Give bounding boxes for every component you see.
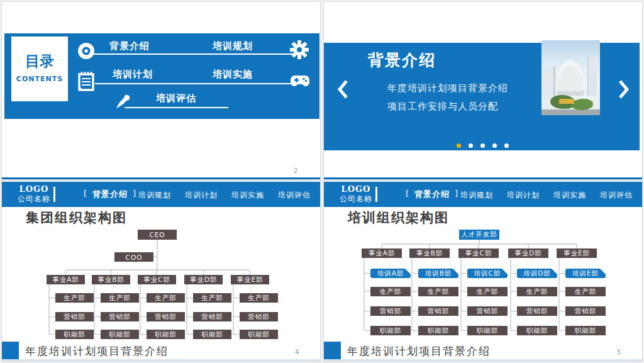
slide-bottom-bar — [2, 177, 320, 179]
org-node: 生产部 — [240, 293, 278, 303]
org-node: 人才开发部 — [459, 230, 499, 240]
contents-title-card: 目录 CONTENTS — [11, 36, 68, 101]
org-node: 营销部 — [147, 312, 185, 321]
org-node: 营销部 — [517, 306, 557, 316]
org-node: 生产部 — [193, 293, 231, 303]
carousel-dot[interactable] — [492, 143, 497, 148]
org-node: 生产部 — [370, 287, 411, 296]
gamepad-icon — [290, 74, 310, 88]
disc-icon — [77, 42, 96, 60]
org-node: 营销部 — [240, 312, 278, 321]
slide-group-org-chart: LOGO 公司名称 [背景介绍] 培训规划 培训计划 培训实施 培训评估 集团组… — [1, 181, 321, 362]
org-node: 事业D部 — [184, 275, 223, 284]
org-node: 培训B部 — [418, 269, 458, 278]
contents-item-1[interactable]: 背景介绍 — [109, 40, 150, 52]
org-node: 事业B部 — [409, 249, 450, 258]
org-node: 营销部 — [370, 306, 411, 316]
contents-item-2[interactable]: 培训规划 — [213, 40, 253, 52]
building-dome — [557, 60, 584, 96]
org-node: 职能部 — [517, 326, 557, 335]
org-node: 培训C部 — [467, 269, 508, 278]
contents-title: 目录 — [11, 52, 68, 71]
org-node: 事业B部 — [92, 275, 130, 284]
group-org-chart: CEOCOO事业A部生产部营销部职能部事业B部生产部营销部职能部事业C部生产部营… — [2, 181, 321, 362]
org-node: CEO — [138, 230, 177, 240]
org-node: 事业A部 — [47, 275, 85, 284]
slide-contents: 目录 CONTENTS 背景介绍 培训规划 培训计划 培训实施 — [1, 1, 321, 180]
contents-item-5[interactable]: 培训评估 — [156, 92, 196, 104]
org-node: 职能部 — [101, 330, 139, 339]
section-title: 背景介绍 — [368, 50, 436, 70]
carousel-dot[interactable] — [469, 143, 473, 148]
org-node: 培训A部 — [370, 269, 411, 278]
footer-text: 年度培训计划项目背景介绍 — [347, 344, 491, 359]
gear-icon — [289, 39, 310, 60]
page-number: 5 — [617, 349, 621, 355]
contents-item-3[interactable]: 培训计划 — [113, 69, 153, 81]
footer-text: 年度培训计划项目背景介绍 — [25, 344, 169, 359]
divider — [94, 53, 296, 55]
org-node: 营销部 — [101, 312, 139, 321]
contents-item-4[interactable]: 培训实施 — [213, 69, 253, 81]
slide-training-org-chart: LOGO 公司名称 [背景介绍] 培训规划 培训计划 培训实施 培训评估 培训组… — [323, 181, 643, 362]
org-node: 营销部 — [193, 312, 231, 321]
org-node: 职能部 — [565, 326, 606, 335]
org-node: 生产部 — [147, 293, 185, 303]
org-node: 生产部 — [517, 287, 557, 296]
org-node: 事业E部 — [231, 275, 269, 284]
org-node: 职能部 — [418, 326, 458, 335]
chevron-left-icon[interactable] — [338, 79, 348, 99]
photo-awning — [559, 99, 574, 104]
org-node: 职能部 — [55, 330, 94, 339]
org-node: 事业E部 — [557, 249, 597, 258]
building-photo — [541, 40, 600, 115]
photo-trees — [572, 99, 593, 110]
slide-section-intro: 背景介绍 年度培训计划项目背景介绍 项目工作安排与人员分配 — [323, 1, 643, 180]
org-node: 职能部 — [193, 330, 231, 339]
carousel-dots[interactable] — [457, 143, 509, 148]
building-tower — [587, 55, 597, 96]
dropper-icon — [111, 92, 133, 113]
org-node: 职能部 — [467, 326, 508, 335]
org-node: 职能部 — [240, 330, 278, 339]
slide-bottom-bar — [324, 359, 642, 361]
org-node: 培训E部 — [565, 269, 606, 278]
org-node: 事业A部 — [362, 249, 402, 258]
org-node: 生产部 — [565, 287, 606, 296]
org-node: 营销部 — [418, 306, 458, 316]
org-node: 职能部 — [147, 330, 185, 339]
building-left — [543, 67, 555, 99]
section-line-2: 项目工作安排与人员分配 — [387, 101, 498, 113]
carousel-dot[interactable] — [504, 143, 509, 148]
slide-bottom-bar — [2, 359, 320, 361]
photo-ground — [541, 109, 600, 115]
page-number: 4 — [295, 349, 299, 355]
org-node: 职能部 — [370, 326, 411, 335]
org-node: COO — [114, 252, 153, 262]
org-node: 事业D部 — [508, 249, 548, 258]
org-node: 生产部 — [418, 287, 458, 296]
org-node: 生产部 — [55, 293, 94, 303]
divider — [95, 83, 293, 84]
footer-accent-square — [324, 342, 341, 360]
footer-accent-square — [2, 342, 19, 360]
org-node: 营销部 — [55, 312, 94, 321]
org-node: 营销部 — [565, 306, 606, 316]
section-line-1: 年度培训计划项目背景介绍 — [387, 82, 508, 94]
notepad-icon — [77, 70, 96, 92]
org-node: 营销部 — [467, 306, 508, 316]
divider — [125, 107, 228, 108]
contents-subtitle: CONTENTS — [11, 75, 68, 83]
chevron-right-icon[interactable] — [618, 79, 629, 99]
org-node: 生产部 — [467, 287, 508, 296]
org-node: 培训D部 — [517, 269, 557, 278]
carousel-dot[interactable] — [480, 143, 485, 148]
org-node: 事业C部 — [458, 249, 499, 258]
org-node: 事业C部 — [138, 275, 176, 284]
carousel-dot-active[interactable] — [457, 143, 461, 148]
slide-bottom-bar — [324, 177, 642, 179]
org-node: 生产部 — [101, 293, 139, 303]
page-number: 2 — [294, 167, 297, 174]
training-org-chart: 人才开发部事业A部培训A部生产部营销部职能部事业B部培训B部生产部营销部职能部事… — [324, 181, 643, 362]
